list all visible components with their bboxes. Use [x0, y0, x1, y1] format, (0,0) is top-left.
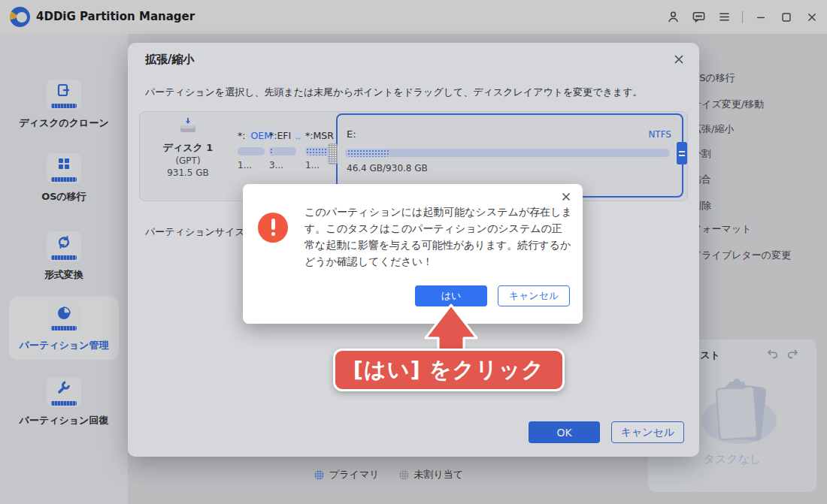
annotation-callout: [はい] をクリック — [333, 349, 565, 391]
popup-cancel-button[interactable]: キャンセル — [498, 285, 570, 306]
warning-icon — [258, 213, 288, 243]
warning-message: このパーティションには起動可能なシステムが存在します。このタスクはこのパーティシ… — [304, 204, 572, 270]
annotation-arrow-icon — [406, 303, 496, 352]
popup-close-icon[interactable] — [560, 191, 572, 203]
